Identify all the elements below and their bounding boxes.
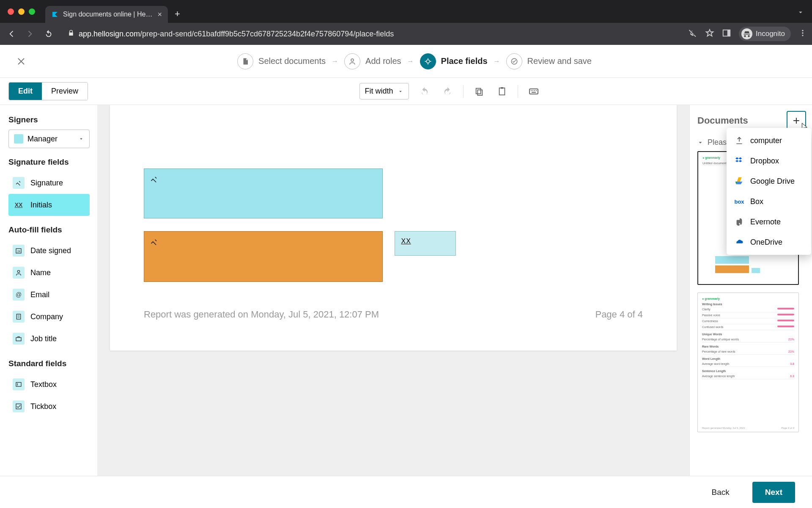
field-name[interactable]: Name	[8, 262, 90, 284]
step-add-roles[interactable]: Add roles	[344, 53, 401, 69]
step-review-save[interactable]: Review and save	[506, 53, 592, 69]
svg-point-6	[426, 60, 430, 63]
signature-fields-heading: Signature fields	[8, 157, 90, 167]
forward-button	[24, 28, 36, 40]
box-icon: box	[734, 196, 744, 207]
url-text: app.hellosign.com/prep-and-send/c61bafdf…	[79, 30, 394, 39]
signer-select[interactable]: Manager	[8, 130, 90, 148]
close-window-button[interactable]	[8, 8, 14, 15]
svg-rect-17	[16, 337, 21, 341]
next-button[interactable]: Next	[752, 482, 795, 503]
reload-button[interactable]	[42, 28, 55, 40]
upload-computer[interactable]: computer	[727, 130, 811, 151]
incognito-icon	[741, 28, 752, 39]
step-select-documents[interactable]: Select documents	[237, 53, 326, 69]
maximize-window-button[interactable]	[29, 8, 35, 15]
svg-point-3	[802, 32, 803, 33]
browser-tab[interactable]: Sign documents online | HelloS ×	[45, 6, 168, 23]
url-field[interactable]: app.hellosign.com/prep-and-send/c61bafdf…	[61, 25, 682, 42]
back-button[interactable]: Back	[699, 482, 742, 503]
placed-signature-field-2[interactable]	[144, 231, 383, 282]
side-panel-icon[interactable]	[722, 28, 731, 39]
field-company[interactable]: Company	[8, 306, 90, 328]
autofill-heading: Auto-fill fields	[8, 225, 90, 235]
documents-heading: Documents	[697, 115, 748, 126]
tab-favicon	[51, 11, 59, 18]
minimize-window-button[interactable]	[18, 8, 25, 15]
chevron-down-icon	[398, 88, 403, 94]
stepper-bar: Select documents → Add roles → Place fie…	[0, 45, 812, 78]
bookmark-star-icon[interactable]	[705, 28, 714, 39]
dropbox-icon	[734, 156, 744, 166]
back-button[interactable]	[5, 28, 18, 40]
upload-icon	[734, 135, 744, 146]
chevron-down-icon	[78, 136, 84, 142]
page-thumbnail-2[interactable]: ● grammarly Writing IssuesClarityPassive…	[697, 293, 799, 432]
window-controls	[8, 8, 35, 15]
field-initials[interactable]: XX Initials	[8, 194, 90, 216]
checkbox-icon	[13, 400, 25, 412]
footer-bar: Back Next	[0, 476, 812, 508]
lock-icon	[68, 30, 74, 38]
incognito-chip[interactable]: Incognito	[739, 27, 791, 41]
svg-text:24: 24	[17, 250, 21, 253]
upload-source-menu: computer Dropbox Google Drive box Box Ev…	[727, 128, 811, 255]
upload-dropbox[interactable]: Dropbox	[727, 151, 811, 171]
placed-initials-field[interactable]: XX	[395, 231, 456, 256]
upload-evernote[interactable]: Evernote	[727, 212, 811, 232]
building-icon	[13, 311, 25, 323]
svg-rect-1	[727, 30, 730, 36]
upload-onedrive[interactable]: OneDrive	[727, 232, 811, 252]
report-generated-text: Report was generated on Monday, Jul 5, 2…	[144, 309, 379, 320]
standard-fields-heading: Standard fields	[8, 359, 90, 368]
signature-icon	[13, 177, 25, 189]
page-number: Page 4 of 4	[595, 309, 643, 320]
document-page[interactable]: XX Report was generated on Monday, Jul 5…	[110, 105, 677, 351]
field-textbox[interactable]: Textbox	[8, 373, 90, 395]
check-circle-icon	[506, 53, 522, 69]
upload-box[interactable]: box Box	[727, 191, 811, 212]
canvas[interactable]: XX Report was generated on Monday, Jul 5…	[97, 105, 689, 476]
kebab-menu-icon[interactable]	[798, 29, 807, 39]
upload-google-drive[interactable]: Google Drive	[727, 171, 811, 191]
left-panel: Signers Manager Signature fields Signatu…	[0, 105, 97, 476]
initials-label: XX	[401, 237, 411, 245]
svg-rect-18	[16, 382, 21, 386]
field-job-title[interactable]: Job title	[8, 328, 90, 350]
edit-preview-tabs: Edit Preview	[8, 82, 88, 100]
copy-button[interactable]	[472, 84, 486, 99]
tab-title: Sign documents online | HelloS	[63, 11, 153, 18]
chevron-right-icon: →	[494, 58, 500, 65]
field-date-signed[interactable]: 24 Date signed	[8, 240, 90, 262]
new-tab-button[interactable]: +	[175, 8, 180, 19]
field-tickbox[interactable]: Tickbox	[8, 395, 90, 417]
svg-point-15	[17, 271, 19, 273]
svg-rect-12	[529, 89, 538, 94]
placed-signature-field-1[interactable]	[144, 168, 383, 218]
field-email[interactable]: @ Email	[8, 284, 90, 306]
eye-off-icon[interactable]	[688, 28, 697, 39]
stepper: Select documents → Add roles → Place fie…	[30, 53, 799, 69]
right-panel: Documents + computer Dropbox	[689, 105, 812, 476]
svg-rect-11	[501, 87, 503, 88]
keyboard-icon[interactable]	[527, 84, 541, 99]
tab-overflow-icon[interactable]	[797, 8, 804, 18]
svg-rect-10	[499, 88, 505, 95]
evernote-icon	[734, 217, 744, 227]
pen-icon	[150, 237, 159, 248]
close-tab-icon[interactable]: ×	[157, 10, 162, 19]
step-place-fields[interactable]: Place fields	[420, 53, 488, 69]
edit-tab[interactable]: Edit	[9, 83, 42, 100]
browser-tab-strip: Sign documents online | HelloS × +	[0, 0, 812, 23]
caret-down-icon	[697, 140, 703, 146]
pen-icon	[150, 175, 159, 185]
preview-tab[interactable]: Preview	[42, 83, 88, 100]
document-icon	[237, 53, 253, 69]
svg-rect-20	[16, 404, 21, 409]
paste-button[interactable]	[495, 84, 509, 99]
close-editor-button[interactable]	[13, 53, 30, 70]
zoom-select[interactable]: Fit width	[359, 83, 409, 99]
field-signature[interactable]: Signature	[8, 172, 90, 194]
svg-rect-9	[477, 90, 482, 95]
svg-point-4	[802, 35, 803, 36]
